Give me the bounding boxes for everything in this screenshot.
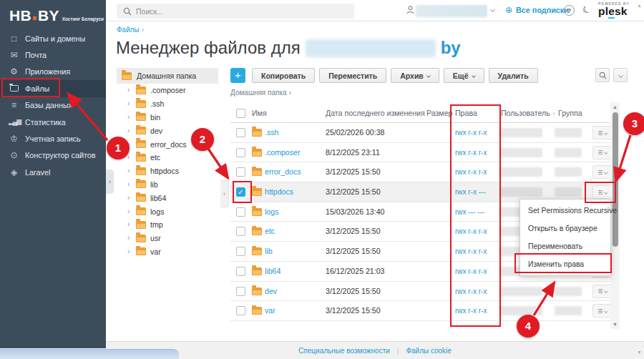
col-modified[interactable]: Дата последнего изменения (326, 109, 425, 117)
tree-collapse-handle[interactable]: ‹ (220, 180, 229, 207)
scroll-down-icon[interactable]: ▼ (610, 322, 620, 327)
file-name-link[interactable]: .ssh (265, 128, 278, 137)
table-options-button[interactable] (613, 68, 628, 82)
row-checkbox[interactable] (236, 128, 245, 137)
sidebar-collapse-handle[interactable]: ‹ (106, 169, 114, 194)
expand-chevron-icon[interactable]: › (127, 248, 132, 255)
scrollbar-thumb[interactable] (613, 112, 618, 247)
row-menu-button[interactable]: ≡ (592, 304, 613, 318)
row-menu-button[interactable]: ≡ (592, 185, 613, 199)
file-name-link[interactable]: logs (265, 207, 278, 216)
sidebar-item-4[interactable]: Файлы (0, 80, 106, 97)
tree-item-etc[interactable]: ›etc (117, 151, 218, 164)
file-name-link[interactable]: .composer (265, 148, 300, 157)
file-name-link[interactable]: httpdocs (265, 187, 293, 196)
page-scroll-down-icon[interactable]: ▼ (637, 350, 642, 355)
col-group[interactable]: Группа (558, 109, 582, 117)
row-checkbox[interactable] (236, 148, 245, 157)
tree-item-.composer[interactable]: ›.composer (117, 84, 218, 97)
expand-chevron-icon[interactable]: › (127, 208, 132, 215)
expand-chevron-icon[interactable]: › (127, 87, 132, 94)
toolbar-button-архив[interactable]: Архив (391, 68, 439, 83)
tree-root-home[interactable]: Домашняя папка (117, 68, 218, 84)
all-subscriptions-link[interactable]: ⊕ Все подписки (505, 6, 569, 14)
permissions-link[interactable]: rwx --- --- (455, 208, 484, 216)
toolbar-button-ещё[interactable]: Ещё (444, 68, 484, 83)
dark-mode-icon[interactable]: ☾ (580, 3, 592, 16)
sidebar-item-2[interactable]: ✉Почта (0, 46, 106, 63)
expand-chevron-icon[interactable]: › (127, 235, 132, 242)
context-menu-item[interactable]: Изменить права (520, 255, 610, 273)
user-dropdown-chevron-icon[interactable] (490, 7, 495, 12)
file-name-link[interactable]: lib (265, 247, 273, 255)
help-icon[interactable]: ? (564, 5, 575, 16)
select-all-checkbox[interactable] (236, 109, 245, 118)
row-menu-button[interactable]: ≡ (592, 285, 613, 298)
row-checkbox[interactable] (236, 207, 245, 217)
folder-breadcrumb[interactable]: Домашняя папка › (230, 89, 291, 97)
add-button[interactable]: + (230, 68, 245, 83)
expand-chevron-icon[interactable]: › (127, 100, 132, 107)
row-menu-button[interactable]: ≡ (592, 146, 613, 159)
col-permissions[interactable]: Права (455, 109, 477, 117)
tree-item-httpdocs[interactable]: ›httpdocs (117, 164, 218, 178)
context-menu-item[interactable]: Set Permissions Recursive (520, 202, 610, 220)
permissions-link[interactable]: rwx r-x r-x (455, 267, 487, 275)
sidebar-item-8[interactable]: ⊙Конструктор сайтов (0, 147, 106, 164)
expand-chevron-icon[interactable]: › (127, 154, 132, 161)
sidebar-item-6[interactable]: ▂▄▆Статистика (0, 114, 106, 130)
permissions-link[interactable]: rwx r-x r-x (455, 168, 487, 176)
file-name-link[interactable]: error_docs (265, 167, 301, 176)
expand-chevron-icon[interactable]: › (127, 127, 132, 134)
expand-chevron-icon[interactable]: › (127, 181, 132, 188)
page-scroll-up-icon[interactable]: ▲ (637, 3, 642, 8)
expand-chevron-icon[interactable]: › (127, 195, 132, 202)
row-menu-button[interactable]: ≡ (592, 165, 613, 179)
toolbar-button-копировать[interactable]: Копировать (252, 68, 315, 83)
expand-chevron-icon[interactable]: › (127, 114, 132, 121)
permissions-link[interactable]: rwx r-x r-x (455, 227, 487, 235)
tree-item-var[interactable]: ›var (117, 245, 218, 259)
global-search-input[interactable]: Поиск... (117, 4, 354, 19)
breadcrumb[interactable]: Файлы› (117, 26, 144, 34)
permissions-link[interactable]: rwx r-x r-x (455, 287, 487, 295)
tree-item-lib64[interactable]: ›lib64 (117, 191, 218, 205)
toolbar-button-переместить[interactable]: Переместить (319, 68, 386, 83)
row-checkbox[interactable] (236, 306, 245, 315)
row-menu-button[interactable]: ≡ (592, 126, 613, 139)
tree-item-tmp[interactable]: ›tmp (117, 218, 218, 232)
row-checkbox[interactable] (236, 167, 245, 177)
table-search-button[interactable] (595, 68, 610, 82)
sidebar-item-1[interactable]: □Сайты и домены (0, 30, 106, 46)
file-name-link[interactable]: lib64 (265, 267, 280, 275)
col-name[interactable]: Имя (252, 109, 267, 117)
permissions-link[interactable]: rwx r-x --- (455, 188, 486, 196)
permissions-link[interactable]: rwx r-x r-x (455, 247, 487, 255)
context-menu-item[interactable]: Переименовать (520, 237, 610, 255)
file-name-link[interactable]: etc (265, 227, 275, 235)
file-name-link[interactable]: dev (265, 287, 277, 295)
tree-item-usr[interactable]: ›usr (117, 232, 218, 245)
sidebar-item-3[interactable]: ⚙Приложения (0, 64, 106, 80)
footer-link[interactable]: Специальные возможности (298, 347, 390, 355)
sidebar-item-9[interactable]: ◈Laravel (0, 164, 106, 180)
col-size[interactable]: Размер (426, 109, 452, 117)
context-menu-item[interactable]: Открыть в браузере (520, 220, 610, 237)
tree-item-logs[interactable]: ›logs (117, 205, 218, 218)
sidebar-item-5[interactable]: ≡Базы данных (0, 97, 106, 114)
row-checkbox[interactable] (236, 247, 245, 256)
tree-item-.ssh[interactable]: ›.ssh (117, 97, 218, 111)
file-name-link[interactable]: var (265, 306, 275, 315)
row-checkbox[interactable] (236, 287, 245, 296)
row-checkbox[interactable]: ✓ (236, 187, 245, 197)
permissions-link[interactable]: rwx r-x r-x (455, 129, 487, 137)
tree-item-lib[interactable]: ›lib (117, 178, 218, 192)
permissions-link[interactable]: rwx r-x r-x (455, 307, 487, 315)
tree-item-bin[interactable]: ›bin (117, 111, 218, 124)
expand-chevron-icon[interactable]: › (127, 167, 132, 174)
footer-link[interactable]: Файлы cookie (406, 347, 451, 355)
hbby-logo[interactable]: HBBYХостинг Беларуси (9, 7, 104, 24)
row-checkbox[interactable] (236, 227, 245, 236)
expand-chevron-icon[interactable]: › (127, 221, 132, 228)
sidebar-item-7[interactable]: ♔Учетная запись (0, 130, 106, 147)
